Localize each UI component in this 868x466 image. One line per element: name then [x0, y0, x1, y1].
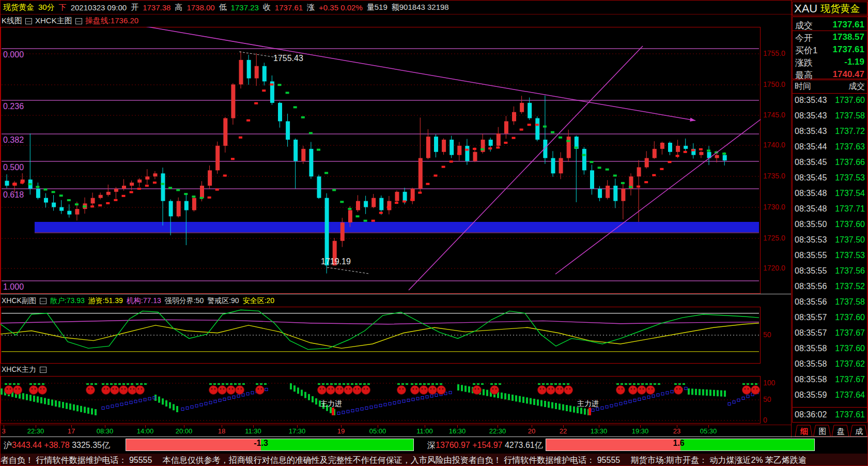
status-field: 1737.38	[143, 3, 171, 12]
collapse-icon[interactable]: —	[25, 18, 32, 24]
trade-time: 08:35:43	[795, 111, 827, 121]
sz-up-segment	[680, 439, 815, 450]
trade-time: 08:35:48	[795, 189, 827, 198]
trade-time: 08:35:55	[795, 266, 827, 276]
institution-legend: 机构:77.13	[127, 296, 161, 306]
sz-index-change: +154.97	[472, 441, 502, 449]
trade-price: 1737.67	[835, 375, 865, 384]
price-annotation: 1719.19	[321, 257, 351, 266]
quote-label: 涨跌	[795, 57, 813, 69]
force-chart-header: XHCK主力 —	[2, 364, 47, 375]
collapse-icon[interactable]: —	[75, 18, 82, 24]
status-field: 1738.00	[187, 3, 214, 12]
sub-indicator-chart[interactable]	[1, 307, 761, 364]
axis-tick-label: 100	[763, 379, 775, 387]
symbol-name: 现货黄金	[820, 2, 860, 16]
trade-price: 1737.56	[835, 266, 865, 276]
sh-index-label: 沪	[4, 441, 12, 449]
news-ticker: 者自负！ 行情软件数据维护电话： 95555 本信息仅供参考，招商银行对信息的准…	[1, 454, 868, 466]
svg-text:0.000: 0.000	[3, 50, 24, 59]
trade-time: 08:35:56	[795, 297, 827, 307]
hot-money-curve	[1, 323, 759, 349]
safe-legend: 安全区:20	[243, 296, 274, 306]
sh-index-group: 沪3443.44 +38.78 3325.35亿	[4, 440, 110, 451]
force-entry-bar	[332, 408, 334, 415]
svg-text:1.000: 1.000	[3, 282, 24, 291]
panel-tab-label[interactable]: 细	[800, 427, 808, 435]
quote-label: 今开	[795, 32, 813, 44]
trade-time: 08:35:57	[795, 328, 827, 338]
status-field: 量519	[367, 3, 388, 12]
divider-legend: 强弱分界:50	[165, 296, 204, 306]
collapse-icon[interactable]: —	[40, 298, 47, 304]
panel-tab-label[interactable]: 盘	[837, 427, 845, 435]
axis-tick-label: 1740.0	[763, 141, 785, 149]
axis-tick-label: 50	[763, 330, 771, 339]
time-axis-label: 19	[337, 427, 345, 435]
status-field: 20210323 09:00	[71, 3, 127, 12]
trade-price: 1737.50	[835, 235, 865, 245]
time-axis-label: 13:30	[591, 427, 608, 435]
kline-label: K线图	[2, 16, 22, 26]
trade-time: 08:35:58	[795, 375, 827, 384]
trade-time: 08:35:57	[795, 313, 827, 322]
trade-price: 1737.53	[835, 251, 865, 260]
time-axis-label: 22:30	[27, 427, 44, 435]
time-axis-label: 3	[2, 427, 5, 435]
status-field: 涨	[307, 3, 315, 12]
collapse-icon[interactable]: —	[40, 367, 47, 373]
axis-tick-label: 0	[763, 416, 767, 424]
time-axis-label: 08:30	[97, 427, 114, 435]
sub-chart-title: XHCK副图	[2, 296, 36, 306]
sh-up-segment	[261, 439, 413, 450]
time-axis-label: 11:30	[245, 427, 261, 435]
trade-time: 08:35:45	[795, 173, 827, 183]
panel-tab-strip[interactable]: 细图盘成	[794, 425, 868, 438]
axis-tick-label: 1735.0	[763, 172, 785, 180]
status-field: 额901843 32198	[392, 3, 449, 12]
status-field: 低	[219, 3, 227, 12]
sz-down-segment	[546, 439, 680, 450]
time-axis-label: 18	[218, 427, 225, 435]
trade-price: 1737.62	[835, 359, 865, 369]
main-candlestick-chart[interactable]: 0.0000.2360.3820.5000.6181.0001755.43171…	[1, 27, 761, 294]
trade-price: 1737.67	[835, 328, 865, 338]
trade-line-label: 操盘线:1736.20	[85, 16, 138, 26]
price-annotation: 1755.43	[273, 54, 303, 63]
sh-down-segment	[126, 439, 261, 450]
sub-chart-header: XHCK副图 — 散户:73.93 游资:51.39 机构:77.13 强弱分界…	[2, 295, 274, 306]
trade-time: 08:35:58	[795, 359, 827, 369]
main-indicator-label: XHCK主图	[35, 16, 72, 26]
retail-curve	[1, 310, 759, 349]
panel-tab-label[interactable]: 成	[856, 427, 863, 435]
axis-tick-label: 1750.0	[763, 80, 785, 88]
trade-line-ribbon	[12, 83, 726, 221]
quote-value: -1.19	[844, 57, 864, 67]
candles	[5, 51, 727, 274]
panel-tab-label[interactable]: 图	[819, 427, 827, 435]
trendlines	[145, 27, 761, 290]
axis-tick-label: 1755.0	[763, 49, 785, 57]
trade-price: 1737.53	[835, 173, 865, 183]
sz-index-group: 深13760.97 +154.97 4273.61亿	[427, 440, 543, 451]
table-header-underline	[793, 93, 867, 94]
sh-index-amount: 3325.35亿	[72, 441, 110, 449]
force-chart-title: XHCK主力	[2, 365, 36, 374]
trade-time: 08:35:50	[795, 220, 827, 229]
sh-index-change: +38.78	[44, 441, 69, 449]
top-status-bar: 现货黄金30分下20210323 09:00开1737.38高1738.00低1…	[1, 1, 868, 14]
quote-row: 成交1737.61	[793, 18, 867, 31]
time-axis-label: 23	[673, 427, 680, 435]
axis-tick-label: 1720.0	[763, 264, 785, 272]
trade-price: 1737.54	[835, 189, 865, 198]
trade-time: 08:35:58	[795, 344, 827, 353]
trade-price: 1737.61	[835, 410, 865, 419]
status-field: 开	[131, 3, 138, 12]
time-column-header: 时间	[795, 81, 811, 92]
svg-text:0.500: 0.500	[3, 163, 24, 172]
time-axis-label: 20:00	[176, 427, 193, 435]
main-force-chart[interactable]: 主力进主力进	[1, 376, 761, 424]
trade-price: 1737.60	[835, 313, 865, 322]
time-axis-label: 14:00	[137, 427, 154, 435]
quote-label: 买价1	[795, 44, 817, 56]
